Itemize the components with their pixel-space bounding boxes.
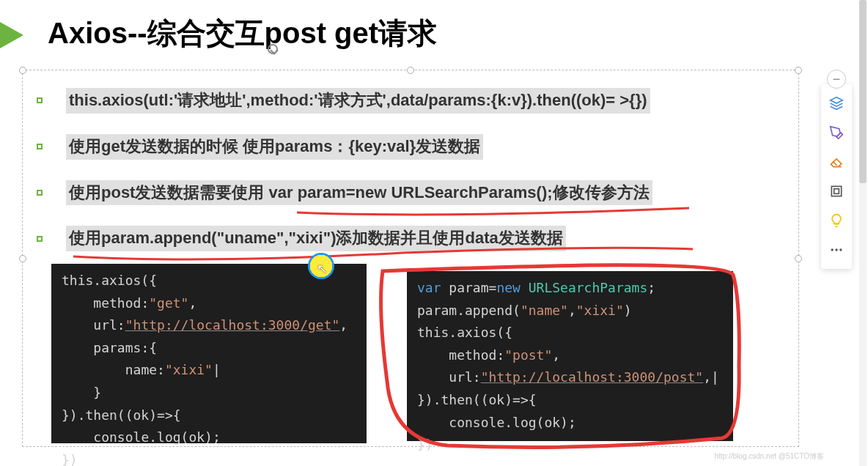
selection-handle[interactable]	[795, 67, 802, 74]
svg-marker-0	[831, 97, 843, 103]
side-toolbar	[821, 84, 852, 269]
bullet-icon	[37, 144, 43, 149]
bullet-list: this.axios(utl:'请求地址',method:'请求方式',data…	[33, 77, 795, 272]
selection-handle[interactable]	[407, 67, 414, 74]
watermark: http://blog.csdn.net @51CTO博客	[715, 451, 824, 462]
svg-rect-1	[831, 186, 841, 196]
bullet-text: 使用param.append("uname","xixi")添加数据并且使用da…	[66, 226, 566, 251]
bulb-icon[interactable]	[825, 209, 848, 232]
vertical-scrollbar-thumb[interactable]	[859, 0, 867, 183]
list-item: 使用param.append("uname","xixi")添加数据并且使用da…	[33, 226, 795, 251]
list-item: 使用post发送数据需要使用 var param=new URLSearchPa…	[33, 180, 795, 206]
eraser-icon[interactable]	[825, 150, 848, 174]
bullet-text: 使用get发送数据的时候 使用params：{key:val}发送数据	[66, 134, 483, 160]
list-item: this.axios(utl:'请求地址',method:'请求方式',data…	[33, 88, 795, 114]
list-item: 使用get发送数据的时候 使用params：{key:val}发送数据	[33, 134, 795, 160]
svg-point-3	[831, 248, 834, 251]
bullet-icon	[37, 97, 43, 103]
bullet-text: 使用post发送数据需要使用 var param=new URLSearchPa…	[66, 180, 652, 206]
selection-handle[interactable]	[19, 67, 26, 74]
minus-icon: −	[833, 72, 841, 87]
cursor-arrow-icon: ↖	[317, 261, 328, 277]
selection-handle[interactable]	[795, 255, 802, 262]
slide-triangle-decoration	[0, 22, 23, 48]
frame-icon[interactable]	[825, 180, 848, 203]
resolve-icon	[268, 44, 278, 54]
svg-point-4	[835, 248, 837, 251]
pen-icon[interactable]	[825, 121, 848, 144]
bullet-icon	[37, 190, 43, 196]
code-block-get: this.axios({ method:"get", url:"http://l…	[51, 264, 367, 443]
page-title: Axios--综合交互post get请求	[48, 13, 437, 53]
code-block-post: var param=new URLSearchParams;param.appe…	[407, 271, 733, 441]
more-icon[interactable]	[825, 238, 848, 262]
selection-handle[interactable]	[19, 255, 26, 262]
svg-point-5	[839, 248, 842, 251]
collapse-button[interactable]: −	[827, 70, 846, 89]
bullet-text: this.axios(utl:'请求地址',method:'请求方式',data…	[66, 88, 650, 114]
layers-icon[interactable]	[825, 92, 848, 115]
svg-rect-2	[834, 189, 839, 194]
bullet-icon	[37, 236, 43, 242]
